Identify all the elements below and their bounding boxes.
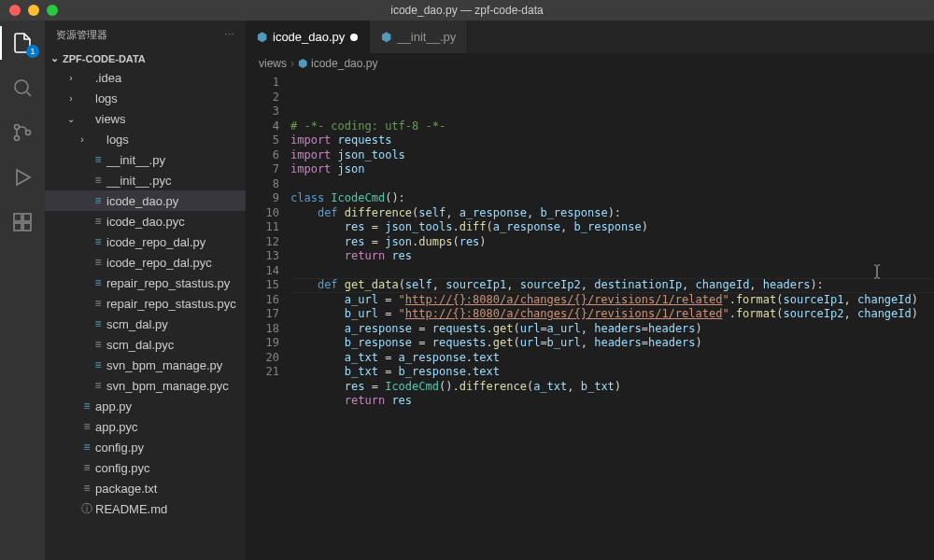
chevron-right-icon[interactable]: ›	[64, 73, 78, 83]
token: =	[378, 293, 399, 306]
tree-file[interactable]: ≡__init__.py	[45, 149, 246, 170]
tree-file[interactable]: ≡repair_repo_stastus.py	[45, 273, 246, 293]
token: ,	[581, 322, 594, 335]
code-line[interactable]: return res	[290, 249, 934, 264]
code-line[interactable]: b_url = "http://{}:8080/a/changes/{}/rev…	[290, 307, 934, 322]
code-line[interactable]: a_response = requests.get(url=a_url, hea…	[290, 322, 934, 337]
tree-file[interactable]: ≡repair_repo_stastus.pyc	[45, 293, 246, 314]
code-line[interactable]: res = json.dumps(res)	[290, 235, 934, 250]
token: import	[290, 148, 331, 161]
token: IcodeCmd	[331, 191, 385, 204]
token	[290, 365, 345, 378]
code-line[interactable]: # -*- coding: utf-8 -*-	[290, 119, 934, 134]
tree-file[interactable]: ≡scm_dal.py	[45, 314, 246, 334]
maximize-window-button[interactable]	[47, 5, 58, 16]
tree-file[interactable]: ≡app.py	[45, 396, 246, 416]
tree-file[interactable]: ≡icode_repo_dal.pyc	[45, 252, 246, 273]
close-window-button[interactable]	[9, 5, 21, 16]
code-line[interactable]: import json	[290, 162, 934, 177]
code-line[interactable]: b_response = requests.get(url=b_url, hea…	[290, 336, 934, 351]
tree-file[interactable]: ≡icode_dao.py	[45, 190, 246, 211]
svg-line-1	[27, 92, 31, 96]
line-number: 5	[246, 133, 279, 148]
token: def	[318, 206, 338, 219]
code-line[interactable]	[290, 264, 934, 279]
tree-file[interactable]: ≡svn_bpm_manage.py	[45, 355, 246, 375]
tree-folder[interactable]: ›.idea	[45, 67, 246, 88]
token: )	[479, 235, 486, 248]
code-line[interactable]: return res	[290, 394, 934, 409]
breadcrumbs[interactable]: views › ⬢ icode_dao.py	[246, 53, 934, 74]
tree-file[interactable]: ≡package.txt	[45, 478, 246, 498]
token: b_txt	[345, 365, 378, 378]
tree-file[interactable]: ≡icode_repo_dal.py	[45, 231, 246, 252]
chevron-down-icon[interactable]: ⌄	[64, 114, 78, 124]
tree-file[interactable]: ≡config.pyc	[45, 457, 246, 478]
tree-file[interactable]: ≡svn_bpm_manage.pyc	[45, 375, 246, 396]
token: json_tools	[385, 220, 452, 233]
search-icon[interactable]	[9, 75, 35, 101]
line-number: 6	[246, 148, 279, 163]
code-line[interactable]: res = IcodeCmd().difference(a_txt, b_txt…	[290, 380, 934, 395]
tree-folder[interactable]: ›logs	[45, 88, 246, 108]
code-content[interactable]: # -*- coding: utf-8 -*-import requestsim…	[290, 74, 934, 560]
extensions-icon[interactable]	[9, 209, 35, 235]
code-line[interactable]: import json_tools	[290, 148, 934, 163]
code-line[interactable]: b_txt = b_response.text	[290, 365, 934, 380]
token: .	[729, 293, 736, 306]
code-editor[interactable]: 123456789101112131415161718192021 # -*- …	[246, 74, 934, 560]
token: b_response	[399, 365, 466, 378]
token: b_url	[345, 307, 378, 320]
line-number: 9	[246, 191, 279, 206]
token: "	[399, 307, 405, 320]
code-line[interactable]: def difference(self, a_response, b_respo…	[290, 206, 934, 221]
token	[290, 293, 345, 306]
token: =	[540, 322, 546, 335]
code-line[interactable]: import requests	[290, 133, 934, 148]
tree-file[interactable]: ≡__init__.pyc	[45, 170, 246, 190]
line-number: 8	[246, 177, 279, 192]
token: )	[912, 293, 918, 306]
editor-tab[interactable]: ⬢icode_dao.py	[246, 21, 370, 53]
tree-folder[interactable]: ›logs	[45, 129, 246, 149]
token: http://{}:8080/a/changes/{}/revisions/1/…	[405, 307, 723, 320]
token: json	[338, 162, 365, 175]
tree-item-label: __init__.py	[106, 153, 165, 167]
tree-file[interactable]: ≡config.py	[45, 437, 246, 457]
code-line[interactable]: class IcodeCmd():	[290, 191, 934, 206]
title-bar: icode_dao.py — zpf-code-data	[0, 0, 934, 21]
sidebar-more-icon[interactable]: ⋯	[224, 29, 234, 41]
tree-folder[interactable]: ⌄views	[45, 108, 246, 129]
code-line[interactable]: res = json_tools.diff(a_response, b_resp…	[290, 220, 934, 235]
tree-file[interactable]: ≡app.pyc	[45, 416, 246, 437]
token: res	[460, 235, 480, 248]
chevron-right-icon: ›	[290, 57, 294, 70]
txt-file-icon: ≡	[78, 482, 95, 495]
minimize-window-button[interactable]	[28, 5, 39, 16]
sidebar: 资源管理器 ⋯ ⌄ ZPF-CODE-DATA ›.idea›logs⌄view…	[45, 21, 246, 560]
code-line[interactable]	[290, 409, 934, 424]
pyc-file-icon: ≡	[90, 297, 106, 310]
token	[290, 394, 345, 407]
tree-file[interactable]: ≡icode_dao.pyc	[45, 211, 246, 231]
chevron-right-icon[interactable]: ›	[75, 134, 90, 145]
code-line[interactable]	[290, 177, 934, 192]
token: headers	[648, 336, 696, 349]
source-control-icon[interactable]	[9, 119, 35, 146]
code-line[interactable]: def get_data(self, sourceIp1, sourceIp2,…	[290, 278, 934, 293]
editor-tab[interactable]: ⬢__init__.py	[370, 21, 468, 53]
tree-file[interactable]: ≡scm_dal.pyc	[45, 334, 246, 355]
code-line[interactable]: a_url = "http://{}:8080/a/changes/{}/rev…	[290, 293, 934, 308]
explorer-icon[interactable]: 1	[9, 30, 35, 56]
tree-file[interactable]: ⓘREADME.md	[45, 498, 246, 519]
line-number: 13	[246, 249, 279, 264]
debug-icon[interactable]	[9, 164, 35, 190]
token: a_txt	[345, 351, 378, 364]
chevron-right-icon[interactable]: ›	[64, 93, 78, 104]
token: ,	[567, 380, 580, 393]
token: a_response	[493, 220, 560, 233]
token: ,	[527, 206, 540, 219]
code-line[interactable]: a_txt = a_response.text	[290, 351, 934, 366]
project-root[interactable]: ⌄ ZPF-CODE-DATA	[45, 49, 246, 67]
svg-rect-7	[23, 214, 31, 221]
